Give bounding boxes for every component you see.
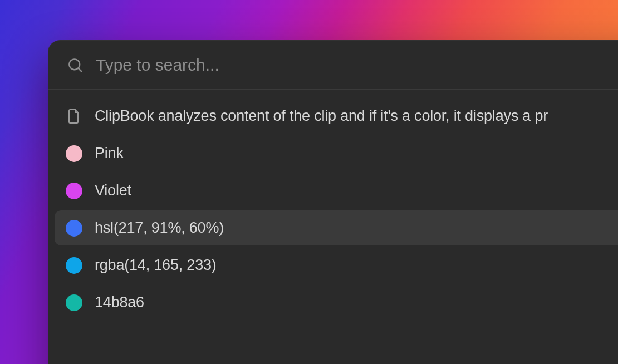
search-row bbox=[48, 40, 618, 90]
document-icon bbox=[67, 108, 81, 125]
clip-row-color[interactable]: 14b8a6 bbox=[55, 285, 618, 320]
color-swatch bbox=[66, 145, 82, 162]
clip-row-color[interactable]: Violet bbox=[55, 173, 618, 208]
clip-label: ClipBook analyzes content of the clip an… bbox=[95, 107, 548, 125]
svg-line-1 bbox=[79, 68, 81, 71]
search-input[interactable] bbox=[96, 56, 618, 75]
clip-row-color[interactable]: hsl(217, 91%, 60%) bbox=[55, 210, 618, 245]
desktop-wallpaper: ClipBook analyzes content of the clip an… bbox=[0, 0, 618, 364]
color-swatch bbox=[66, 183, 82, 199]
clip-row-text[interactable]: ClipBook analyzes content of the clip an… bbox=[55, 99, 618, 134]
clip-row-color[interactable]: Pink bbox=[55, 136, 618, 171]
clip-label: 14b8a6 bbox=[95, 294, 144, 311]
clip-label: rgba(14, 165, 233) bbox=[95, 257, 217, 274]
clip-label: Pink bbox=[95, 145, 124, 162]
color-swatch bbox=[66, 294, 82, 311]
clip-list: ClipBook analyzes content of the clip an… bbox=[48, 90, 618, 329]
color-swatch bbox=[66, 220, 82, 237]
clip-label: hsl(217, 91%, 60%) bbox=[95, 219, 224, 237]
color-swatch bbox=[66, 257, 82, 274]
search-icon bbox=[67, 57, 84, 73]
clip-label: Violet bbox=[95, 182, 131, 199]
clipbook-panel: ClipBook analyzes content of the clip an… bbox=[48, 40, 618, 364]
clip-row-color[interactable]: rgba(14, 165, 233) bbox=[55, 248, 618, 283]
